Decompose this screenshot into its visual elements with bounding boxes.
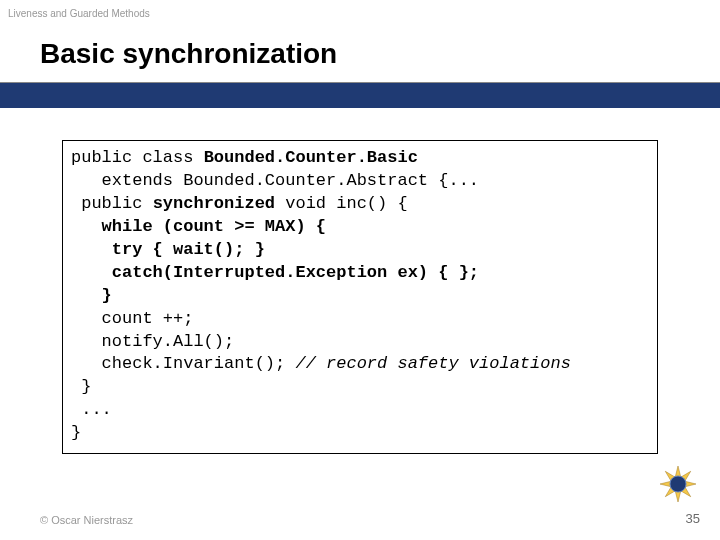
breadcrumb: Liveness and Guarded Methods (8, 8, 150, 19)
code-line-1b: Bounded.Counter.Basic (204, 148, 418, 167)
code-line-13: } (71, 423, 81, 442)
code-line-3c: void inc() { (275, 194, 408, 213)
code-line-4: while (count >= MAX) { (71, 217, 326, 236)
code-block: public class Bounded.Counter.Basic exten… (62, 140, 658, 454)
code-line-7: } (71, 286, 112, 305)
footer-copyright: © Oscar Nierstrasz (40, 514, 133, 526)
code-line-10a: check.Invariant(); (71, 354, 295, 373)
code-line-10b-comment: // record safety violations (295, 354, 570, 373)
code-line-2: extends Bounded.Counter.Abstract {... (71, 171, 479, 190)
code-line-3a: public (71, 194, 153, 213)
code-line-5: try { wait(); } (71, 240, 265, 259)
code-line-3b: synchronized (153, 194, 275, 213)
code-line-11: } (71, 377, 91, 396)
code-line-6: catch(Interrupted.Exception ex) { }; (71, 263, 479, 282)
code-line-9: notify.All(); (71, 332, 234, 351)
code-line-1a: public class (71, 148, 204, 167)
code-line-12: ... (71, 400, 112, 419)
title-bar (0, 82, 720, 108)
code-line-8: count ++; (71, 309, 193, 328)
svg-point-8 (670, 476, 686, 492)
page-title: Basic synchronization (40, 38, 337, 70)
page-number: 35 (686, 511, 700, 526)
sunburst-icon (658, 464, 698, 504)
